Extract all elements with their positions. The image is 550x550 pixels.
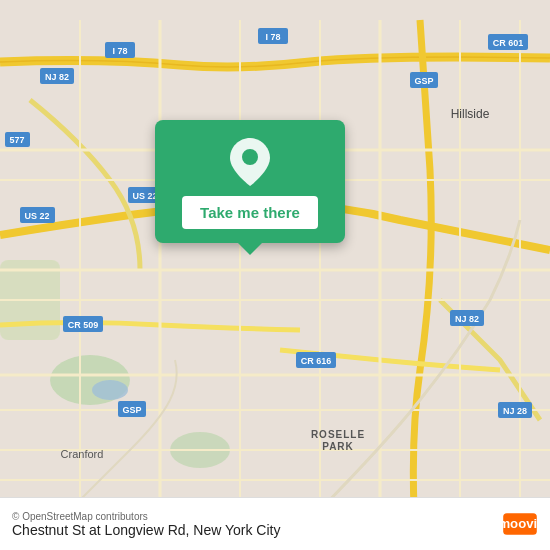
location-pin-icon	[228, 136, 272, 188]
map-background: I 78 I 78 NJ 82 CR 601 GSP US 22 US 22 5…	[0, 0, 550, 550]
popup-card: Take me there	[155, 120, 345, 243]
copyright-text: © OpenStreetMap contributors	[12, 511, 280, 522]
location-icon-wrap	[226, 138, 274, 186]
address-text: Chestnut St at Longview Rd, New York Cit…	[12, 522, 280, 538]
svg-text:NJ 82: NJ 82	[45, 72, 69, 82]
moovit-icon: moovit	[502, 506, 538, 542]
svg-text:PARK: PARK	[322, 441, 354, 452]
svg-text:I 78: I 78	[265, 32, 280, 42]
svg-text:ROSELLE: ROSELLE	[311, 429, 365, 440]
take-me-there-button[interactable]: Take me there	[182, 196, 318, 229]
map-container: I 78 I 78 NJ 82 CR 601 GSP US 22 US 22 5…	[0, 0, 550, 550]
svg-point-53	[242, 149, 258, 165]
svg-text:US 22: US 22	[24, 211, 49, 221]
svg-text:CR 616: CR 616	[301, 356, 332, 366]
svg-text:Cranford: Cranford	[61, 448, 104, 460]
svg-text:Hillside: Hillside	[451, 107, 490, 121]
svg-text:GSP: GSP	[414, 76, 433, 86]
svg-text:NJ 82: NJ 82	[455, 314, 479, 324]
svg-point-4	[92, 380, 128, 400]
svg-text:moovit: moovit	[502, 516, 538, 531]
moovit-logo: moovit	[502, 506, 538, 542]
svg-text:I 78: I 78	[112, 46, 127, 56]
svg-text:GSP: GSP	[122, 405, 141, 415]
svg-text:NJ 28: NJ 28	[503, 406, 527, 416]
svg-text:US 22: US 22	[132, 191, 157, 201]
bottom-left: © OpenStreetMap contributors Chestnut St…	[12, 511, 280, 538]
svg-text:577: 577	[9, 135, 24, 145]
svg-text:CR 601: CR 601	[493, 38, 524, 48]
svg-text:CR 509: CR 509	[68, 320, 99, 330]
bottom-bar: © OpenStreetMap contributors Chestnut St…	[0, 497, 550, 550]
